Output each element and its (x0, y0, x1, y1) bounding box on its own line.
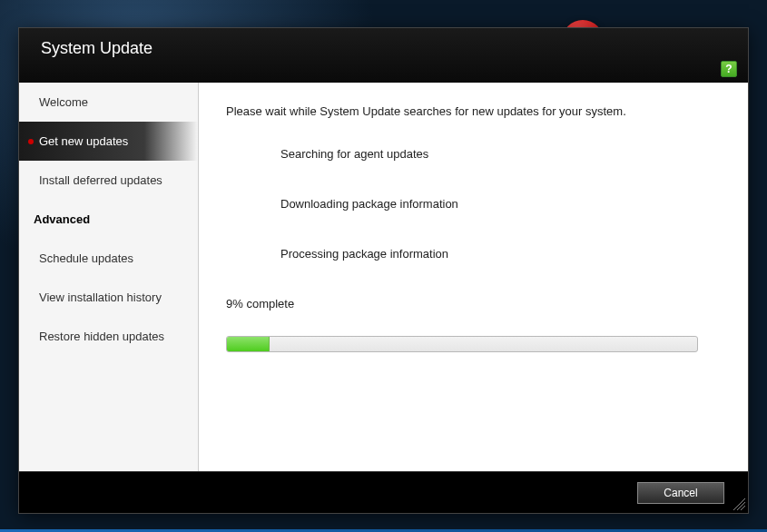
sidebar-item-welcome[interactable]: Welcome (19, 83, 198, 122)
step-item: Downloading package information (280, 197, 721, 211)
step-item: Searching for agent updates (280, 147, 721, 161)
app-window: System Update ? Welcome Get new updates … (18, 27, 749, 514)
sidebar-item-schedule-updates[interactable]: Schedule updates (19, 239, 198, 278)
sidebar-item-installation-history[interactable]: View installation history (19, 278, 198, 317)
sidebar-item-label: Get new updates (39, 134, 128, 148)
step-item: Processing package information (280, 247, 721, 261)
window-header: System Update ? (19, 28, 748, 83)
sidebar-item-label: Schedule updates (39, 251, 133, 265)
sidebar: Welcome Get new updates Install deferred… (19, 83, 199, 471)
progress-bar (226, 336, 698, 352)
sidebar-item-label: Restore hidden updates (39, 330, 164, 343)
sidebar-item-install-deferred[interactable]: Install deferred updates (19, 161, 198, 200)
resize-grip-icon[interactable] (733, 498, 745, 510)
progress-label: 9% complete (226, 297, 721, 310)
main-content: Please wait while System Update searches… (199, 83, 748, 471)
window-footer: Cancel (19, 471, 748, 513)
sidebar-item-label: View installation history (39, 291, 162, 304)
update-steps: Searching for agent updates Downloading … (280, 147, 721, 261)
sidebar-item-label: Welcome (39, 95, 88, 109)
sidebar-item-label: Install deferred updates (39, 173, 162, 187)
help-icon[interactable]: ? (721, 61, 737, 77)
sidebar-item-get-new-updates[interactable]: Get new updates (19, 122, 198, 161)
intro-text: Please wait while System Update searches… (226, 104, 721, 118)
progress-fill (227, 337, 270, 351)
window-title: System Update (41, 39, 152, 57)
button-label: Cancel (664, 487, 697, 499)
sidebar-item-restore-hidden[interactable]: Restore hidden updates (19, 317, 198, 356)
cancel-button[interactable]: Cancel (637, 482, 724, 504)
window-body: Welcome Get new updates Install deferred… (19, 83, 748, 471)
sidebar-header-advanced: Advanced (19, 200, 198, 239)
